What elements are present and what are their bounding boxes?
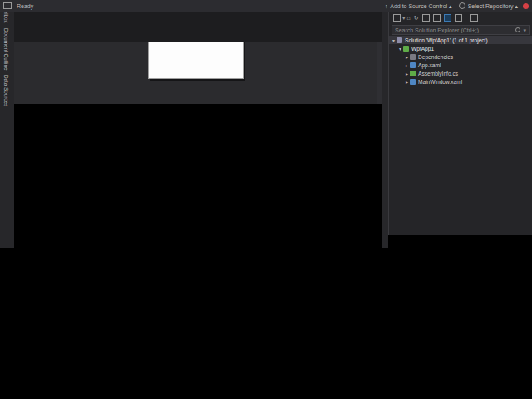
tree-node-solution[interactable]: ▾ Solution 'WpfApp1' (1 of 1 project) — [389, 36, 532, 44]
expander-icon[interactable]: ▾ — [397, 46, 403, 52]
select-repository-button[interactable]: Select Repository — [468, 3, 514, 9]
screen: ∞ File Edit View Git Project Build Debug… — [0, 0, 532, 399]
solution-explorer-panel: Solution Explorer ▾ × ▾ ⌂ ↻ Search Solut… — [388, 0, 532, 235]
notification-dot[interactable] — [523, 3, 529, 9]
add-to-source-control-button[interactable]: Add to Source Control — [390, 3, 447, 9]
expander-icon[interactable]: ▸ — [404, 71, 410, 76]
preview-selected-items-icon[interactable] — [470, 14, 478, 22]
push-icon[interactable]: ↑ — [385, 3, 388, 9]
solution-icon — [397, 37, 402, 43]
tree-node-assemblyinfo-cs[interactable]: ▸ AssemblyInfo.cs — [389, 69, 532, 77]
expander-icon[interactable]: ▸ — [404, 62, 410, 68]
status-ready: Ready — [17, 3, 33, 9]
xaml-file-icon — [410, 79, 416, 85]
solution-explorer-toolbar: ▾ ⌂ ↻ — [389, 12, 532, 24]
search-placeholder: Search Solution Explorer (Ctrl+;) — [395, 27, 513, 33]
collapse-all-icon[interactable] — [433, 14, 441, 22]
switch-views-icon[interactable] — [393, 14, 401, 22]
tree-node-label: WpfApp1 — [411, 46, 434, 52]
properties-icon[interactable] — [455, 14, 462, 22]
tree-node-app-xaml[interactable]: ▸ App.xaml — [389, 61, 532, 69]
tree-node-project-wpfapp1[interactable]: ▾ WpfApp1 — [389, 44, 532, 52]
status-bar: Ready ↑ Add to Source Control ▴ Select R… — [0, 0, 532, 12]
csharp-file-icon — [410, 71, 416, 76]
views-caret-icon[interactable]: ▾ — [402, 15, 406, 21]
background-tasks-icon[interactable] — [3, 2, 12, 9]
repository-caret-icon[interactable]: ▴ — [515, 3, 518, 9]
source-control-caret-icon[interactable]: ▴ — [449, 3, 452, 9]
tree-node-label: App.xaml — [418, 62, 441, 68]
tree-node-label: Solution 'WpfApp1' (1 of 1 project) — [405, 37, 488, 43]
tree-node-label: AssemblyInfo.cs — [418, 71, 458, 76]
tree-node-label: MainWindow.xaml — [418, 79, 462, 85]
tree-node-label: Dependencies — [418, 54, 453, 60]
csharp-project-icon — [403, 46, 409, 52]
tree-node-dependencies[interactable]: ▸ Dependencies — [389, 52, 532, 61]
sync-with-active-document-icon[interactable] — [422, 14, 430, 22]
sidebar-tab-data-sources[interactable]: Data Sources — [3, 75, 9, 106]
expander-icon[interactable]: ▸ — [404, 54, 410, 60]
dependencies-icon — [410, 54, 416, 60]
tree-node-mainwindow-xaml[interactable]: ▸ MainWindow.xaml — [389, 77, 532, 86]
sidebar-tab-document-outline[interactable]: Document Outline — [3, 28, 9, 70]
expander-icon[interactable]: ▾ — [391, 37, 397, 43]
panel-splitter[interactable] — [382, 0, 388, 248]
show-all-files-icon[interactable] — [444, 14, 451, 22]
left-tool-strip: Toolbox Document Outline Data Sources — [0, 0, 14, 248]
search-options-caret-icon: ▾ — [523, 27, 526, 33]
solution-explorer-search-input[interactable]: Search Solution Explorer (Ctrl+;) ▾ — [392, 25, 530, 35]
home-icon[interactable]: ⌂ — [407, 15, 411, 21]
xaml-file-icon — [410, 62, 416, 68]
search-icon — [515, 27, 520, 32]
expander-icon[interactable]: ▸ — [404, 79, 410, 85]
refresh-icon[interactable]: ↻ — [414, 15, 419, 21]
repository-icon — [459, 2, 466, 9]
